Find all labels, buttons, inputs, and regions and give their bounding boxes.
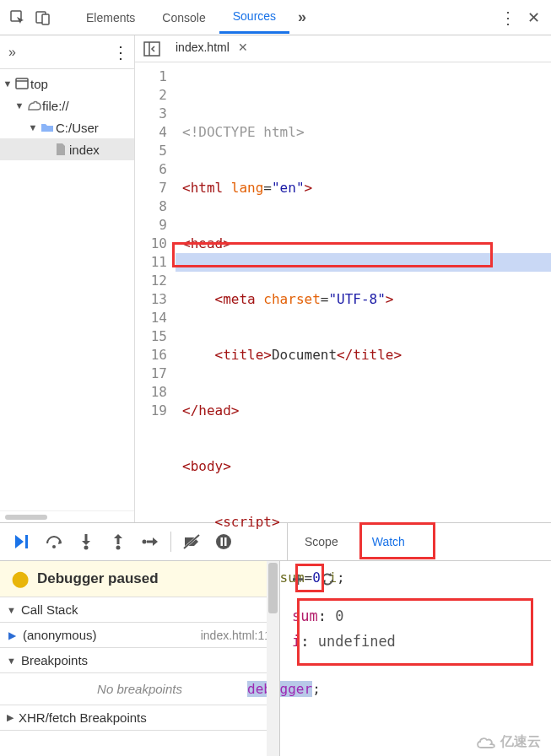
inspect-icon[interactable] [5,5,30,30]
devtools-tab-bar: Elements Console Sources » ⋮ ✕ [0,0,551,35]
editor-tab-index[interactable]: index.html ✕ [167,35,257,62]
tree-top-label: top [30,77,48,91]
close-devtools-icon[interactable]: ✕ [521,5,546,30]
device-toggle-icon[interactable] [30,5,56,30]
step-over-icon[interactable] [39,526,69,557]
svg-point-14 [116,546,121,550]
tree-file-origin[interactable]: ▼ file:// [0,94,134,116]
tree-leaf[interactable]: index [0,138,134,160]
close-tab-icon[interactable]: ✕ [238,40,248,54]
tree-folder-label: C:/User [56,121,99,135]
svg-point-11 [52,545,56,548]
navigator-tabs: » ⋮ [0,35,134,69]
tab-console[interactable]: Console [149,3,219,33]
svg-rect-15 [117,537,120,544]
no-breakpoints-label: No breakpoints [0,673,279,705]
kebab-menu-icon[interactable]: ⋮ [495,5,521,30]
paused-label: Debugger paused [37,570,159,587]
current-frame-icon: ▶ [8,629,16,641]
editor-tab-label: index.html [176,40,230,54]
annotation-highlight-2 [359,522,435,559]
more-tabs-icon[interactable]: » [289,5,315,30]
svg-rect-3 [16,78,28,89]
editor-pane: index.html ✕ 123456789101112131415161718… [135,35,551,522]
resume-icon[interactable] [7,526,37,557]
tab-sources[interactable]: Sources [219,1,289,34]
watermark: 亿速云 [475,733,541,751]
tab-elements[interactable]: Elements [73,3,149,33]
breakpoints-header[interactable]: ▼ Breakpoints [0,647,279,673]
toggle-navigator-icon[interactable] [140,37,164,61]
editor-tab-bar: index.html ✕ [135,35,551,62]
xhr-breakpoints-header[interactable]: ▶ XHR/fetch Breakpoints [0,705,279,731]
main-area: » ⋮ ▼ top ▼ file:// ▼ C:/User index [0,35,551,522]
frame-location: index.html:11 [201,629,271,642]
tree-folder[interactable]: ▼ C:/User [0,116,134,138]
frame-name: (anonymous) [23,628,97,642]
step-out-icon[interactable] [103,526,133,557]
call-stack-panel: ⬤ Debugger paused ▼ Call Stack ▶ (anonym… [0,561,280,756]
call-stack-header[interactable]: ▼ Call Stack [0,597,279,623]
navigator-scrollbar[interactable] [0,510,134,522]
step-into-icon[interactable] [71,526,101,557]
lower-panels: ⬤ Debugger paused ▼ Call Stack ▶ (anonym… [0,561,551,756]
annotation-highlight-4 [297,598,533,666]
navigator-menu-icon[interactable]: ⋮ [112,42,129,62]
tree-file-label: file:// [42,99,69,113]
annotation-highlight-3 [295,564,324,592]
panel-scrollbar[interactable] [267,561,279,756]
stack-frame[interactable]: ▶ (anonymous) index.html:11 [0,623,279,647]
svg-rect-2 [42,14,49,24]
navigator-pane: » ⋮ ▼ top ▼ file:// ▼ C:/User index [0,35,135,522]
svg-rect-10 [25,535,28,548]
svg-point-12 [84,546,89,550]
tree-top[interactable]: ▼ top [0,73,134,94]
annotation-highlight-1 [172,242,493,267]
tree-leaf-label: index [69,143,100,157]
svg-rect-13 [85,534,88,542]
navigator-more-icon[interactable]: » [5,45,112,60]
warning-icon: ⬤ [12,570,29,588]
file-tree: ▼ top ▼ file:// ▼ C:/User index [0,69,134,164]
paused-banner: ⬤ Debugger paused [0,561,279,597]
